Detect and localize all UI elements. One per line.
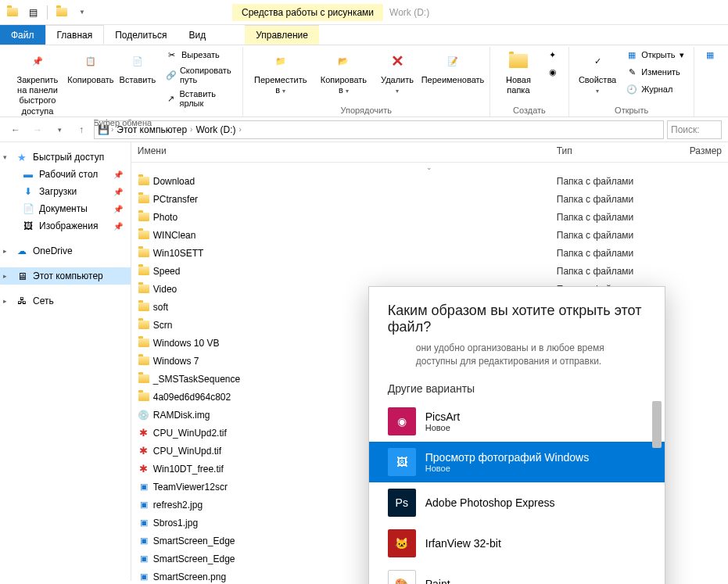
nav-documents[interactable]: 📄Документы📌 xyxy=(0,200,131,217)
new-folder-button[interactable]: Новая папка xyxy=(497,47,540,97)
file-name: _SMSTaskSequence xyxy=(153,374,240,385)
header-type[interactable]: Тип xyxy=(550,142,683,162)
jpg-icon: ▣ xyxy=(138,517,150,529)
delete-icon: ✕ xyxy=(385,48,410,73)
file-name: Photo xyxy=(153,212,178,223)
pin-icon: 📌 xyxy=(113,222,123,231)
properties-button[interactable]: ✓Свойства ▾ xyxy=(576,47,619,97)
file-name: Scrn xyxy=(153,320,173,331)
pin-icon: 📌 xyxy=(113,205,123,213)
nav-downloads[interactable]: ⬇Загрузки📌 xyxy=(0,183,131,200)
folder-icon xyxy=(138,319,150,331)
copy-icon: 📋 xyxy=(78,48,103,73)
edit-button[interactable]: ✎Изменить xyxy=(622,64,687,80)
nav-desktop[interactable]: ▬Рабочий стол📌 xyxy=(0,166,131,183)
back-button[interactable]: ← xyxy=(6,120,25,139)
app-sub: Новое xyxy=(425,464,589,473)
file-name: CPU_WinUpd2.tif xyxy=(153,428,227,439)
nav-this-pc[interactable]: ▸🖥Этот компьютер xyxy=(0,267,131,285)
column-toggle-icon[interactable]: ⌄ xyxy=(131,163,728,172)
nav-pictures[interactable]: 🖼Изображения📌 xyxy=(0,217,131,235)
tab-file[interactable]: Файл xyxy=(0,25,45,45)
move-icon: 📁 xyxy=(268,48,293,73)
ribbon-tabs: Файл Главная Поделиться Вид Управление xyxy=(0,25,728,45)
cut-button[interactable]: ✂Вырезать xyxy=(163,47,236,63)
tab-home[interactable]: Главная xyxy=(45,25,105,45)
file-name: Sbros1.jpg xyxy=(153,518,198,528)
open-button[interactable]: ▦Открыть▾ xyxy=(622,47,687,63)
app-item[interactable]: ◉PicsArtНовое xyxy=(369,401,665,442)
delete-button[interactable]: ✕Удалить ▾ xyxy=(375,47,419,97)
app-item[interactable]: 🖼Просмотр фотографий WindowsНовое xyxy=(369,442,665,482)
tab-manage[interactable]: Управление xyxy=(245,25,319,45)
disk-icon: 💿 xyxy=(138,409,150,421)
tif-icon: ✱ xyxy=(138,427,150,439)
header-size[interactable]: Размер xyxy=(683,142,728,162)
copy-button[interactable]: 📋 Копировать xyxy=(69,47,113,87)
png-icon: ▣ xyxy=(138,571,150,583)
dialog-section-label: Другие варианты xyxy=(369,379,665,401)
paste-shortcut-button[interactable]: ↗Вставить ярлык xyxy=(163,88,236,109)
desktop-icon: ▬ xyxy=(22,168,34,181)
search-input[interactable]: Поиск: xyxy=(667,120,722,139)
history-icon: 🕘 xyxy=(626,83,638,95)
nav-onedrive[interactable]: ▸☁OneDrive xyxy=(0,242,131,260)
folder-icon xyxy=(138,373,150,385)
file-row[interactable]: SpeedПапка с файлами xyxy=(131,262,728,280)
rename-button[interactable]: 📝Переименовать xyxy=(422,47,483,87)
select-all-button[interactable]: ▦ xyxy=(701,47,719,63)
file-row[interactable]: PhotoПапка с файлами xyxy=(131,208,728,226)
forward-button[interactable]: → xyxy=(28,120,47,139)
breadcrumb[interactable]: Work (D:) xyxy=(194,124,237,135)
history-button[interactable]: 🕘Журнал xyxy=(622,81,687,97)
address-box[interactable]: 💾 › Этот компьютер › Work (D:) › xyxy=(94,120,664,139)
content-area: Имени Тип Размер ⌄ DownloadПапка с файла… xyxy=(131,142,728,581)
folder-icon xyxy=(138,193,150,206)
app-list: ◉PicsArtНовое🖼Просмотр фотографий Window… xyxy=(369,401,665,584)
file-name: soft xyxy=(153,302,168,313)
new-item-button[interactable]: ✦ xyxy=(543,47,562,63)
app-icon: 🐱 xyxy=(388,529,416,557)
pin-button[interactable]: 📌 Закрепить на панели быстрого доступа xyxy=(9,47,66,118)
copy-path-button[interactable]: 🔗Скопировать путь xyxy=(163,64,236,86)
file-row[interactable]: WINCleanПапка с файлами xyxy=(131,226,728,244)
nav-quick-access[interactable]: ▾★Быстрый доступ xyxy=(0,149,131,166)
paste-button[interactable]: 📄 Вставить xyxy=(116,47,160,87)
select-all-icon: ▦ xyxy=(704,48,716,61)
nav-network[interactable]: ▸🖧Сеть xyxy=(0,292,131,310)
app-icon: Ps xyxy=(388,489,416,517)
new-folder-qat-icon[interactable] xyxy=(52,3,71,22)
dialog-subtitle: они удобно организованы и в любое время … xyxy=(369,342,665,379)
file-row[interactable]: DownloadПапка с файлами xyxy=(131,172,728,190)
header-name[interactable]: Имени xyxy=(131,142,550,162)
move-to-button[interactable]: 📁Переместить в ▾ xyxy=(249,47,312,97)
tif-icon: ✱ xyxy=(138,463,150,475)
rename-icon: 📝 xyxy=(440,48,465,73)
quick-access-toolbar: ▤ ▼ xyxy=(3,3,91,22)
folder-icon xyxy=(138,283,150,296)
easy-access-button[interactable]: ◉ xyxy=(543,64,562,80)
file-row[interactable]: Win10SETTПапка с файлами xyxy=(131,244,728,262)
qat-dropdown-icon[interactable]: ▼ xyxy=(73,3,91,22)
copy-to-button[interactable]: 📂Копировать в ▾ xyxy=(315,47,372,97)
recent-button[interactable]: ▾ xyxy=(50,120,69,139)
app-item[interactable]: PsAdobe Photoshop Express xyxy=(369,482,665,523)
network-icon: 🖧 xyxy=(16,295,28,307)
edit-icon: ✎ xyxy=(626,66,638,78)
app-item[interactable]: 🎨Paint xyxy=(369,564,665,584)
ribbon-group-select: ▦ xyxy=(701,47,726,116)
app-item[interactable]: 🐱IrfanView 32-bit xyxy=(369,523,665,564)
dialog-title: Каким образом вы хотите открыть этот фай… xyxy=(369,287,665,342)
explorer-icon[interactable] xyxy=(3,3,22,22)
breadcrumb[interactable]: Этот компьютер xyxy=(115,124,188,135)
file-row[interactable]: PCtransferПапка с файлами xyxy=(131,190,728,208)
app-icon: 🖼 xyxy=(388,448,416,476)
file-name: Speed xyxy=(153,266,181,277)
file-name: Video xyxy=(153,284,177,295)
column-headers: Имени Тип Размер xyxy=(131,142,728,163)
dialog-scrollbar[interactable] xyxy=(652,401,663,584)
properties-qat-icon[interactable]: ▤ xyxy=(23,3,42,22)
tab-view[interactable]: Вид xyxy=(178,25,217,45)
up-button[interactable]: ↑ xyxy=(72,120,91,139)
tab-share[interactable]: Поделиться xyxy=(104,25,178,45)
